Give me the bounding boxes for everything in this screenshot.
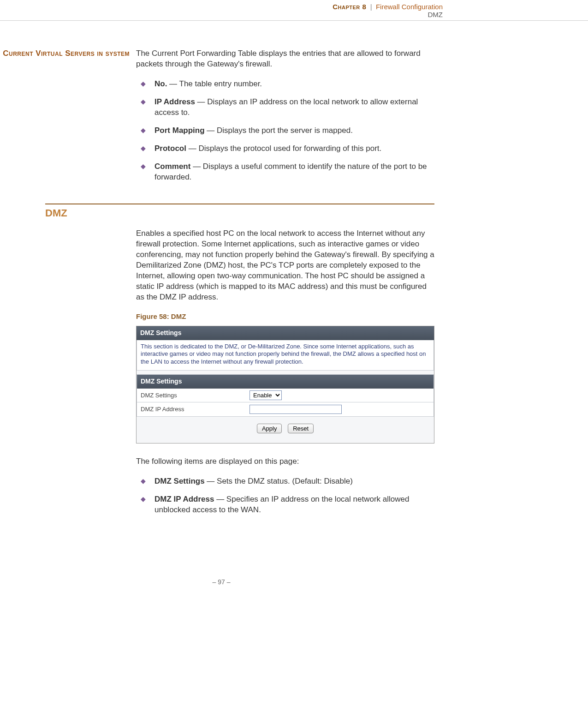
figure-caption: Figure 58: DMZ [136,312,434,321]
apply-button[interactable]: Apply [257,424,282,433]
desc: — Displays the protocol used for forward… [186,144,381,153]
ss-label: DMZ IP Address [137,402,249,416]
dmz-screenshot: DMZ Settings This section is dedicated t… [136,326,434,443]
term: IP Address [154,97,195,106]
ss-label: DMZ Settings [137,389,249,402]
ss-row-dmz-ip: DMZ IP Address [137,402,434,416]
list-item: DMZ IP Address — Specifies an IP address… [136,494,434,515]
dmz-heading: DMZ [45,207,443,219]
desc: — Sets the DMZ status. (Default: Disable… [205,477,353,485]
ss-row-dmz-settings: DMZ Settings Enable [137,389,434,403]
header-separator: | [370,3,372,11]
desc: — Displays a useful comment to identify … [154,162,427,181]
term: No. [154,79,167,88]
chapter-title: Firewall Configuration [376,3,443,11]
ss-panel-title: DMZ Settings [137,326,434,340]
list-item: No. — The table entry number. [136,79,434,90]
dmz-settings-select[interactable]: Enable [249,390,282,400]
term: Protocol [154,144,186,153]
side-heading-virtual-servers: Current Virtual Servers in system [0,48,130,59]
list-item: DMZ Settings — Sets the DMZ status. (Def… [136,476,434,487]
dmz-post-text: The following items are displayed on thi… [136,456,434,467]
term: Comment [154,162,190,171]
section2-list: DMZ Settings — Sets the DMZ status. (Def… [136,476,434,515]
section-divider [0,204,443,204]
ss-button-row: Apply Reset [137,417,434,443]
reset-button[interactable]: Reset [288,424,314,433]
page-number: – 97 – [213,578,231,586]
desc: — The table entry number. [167,79,262,88]
list-item: Protocol — Displays the protocol used fo… [136,144,434,154]
list-item: Port Mapping — Displays the port the ser… [136,126,434,136]
term: Port Mapping [154,126,205,135]
section1-intro: The Current Port Forwarding Table displa… [136,48,434,70]
chapter-label: Chapter 8 [333,3,366,11]
list-item: IP Address — Displays an IP address on t… [136,97,434,118]
ss-settings-table: DMZ Settings DMZ Settings Enable DMZ IP … [137,374,434,417]
ss-table-title: DMZ Settings [137,375,434,389]
page-header: Chapter 8 | Firewall Configuration DMZ [0,0,588,21]
ss-description: This section is dedicated to the DMZ, or… [137,340,434,371]
term: DMZ IP Address [154,495,214,503]
dmz-intro: Enables a specified host PC on the local… [136,228,434,303]
section1-list: No. — The table entry number. IP Address… [136,79,434,183]
header-subline: DMZ [0,11,452,18]
dmz-ip-input[interactable] [249,405,342,414]
desc: — Displays the port the server is mapped… [205,126,353,135]
term: DMZ Settings [154,477,205,485]
page-footer: – 97 – [0,541,443,599]
list-item: Comment — Displays a useful comment to i… [136,162,434,183]
